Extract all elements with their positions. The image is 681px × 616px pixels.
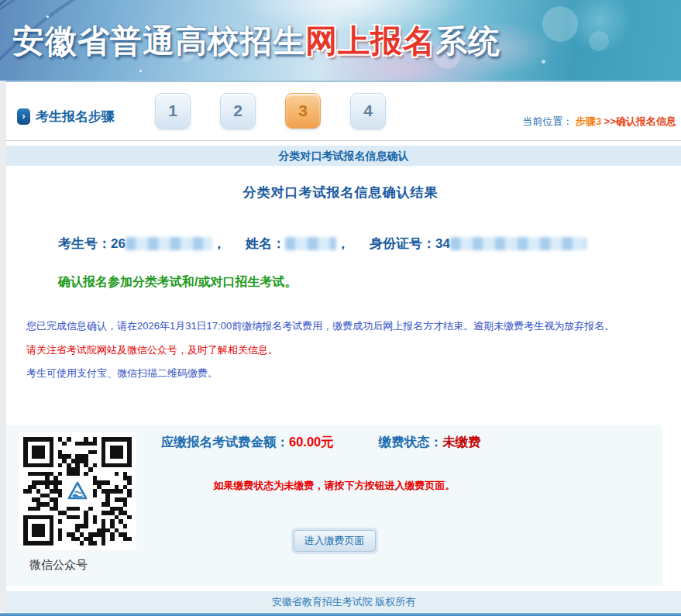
payment-summary-row: 应缴报名考试费金额：60.00元缴费状态：未缴费 [161, 434, 481, 451]
name-label: 姓名： [246, 236, 285, 251]
breadcrumb-label: 当前位置： [522, 115, 573, 127]
page: 安徽省普通高校招生网上报名系统 考生报名步骤 1 2 3 4 当前位置： 步骤3… [0, 0, 681, 616]
button-row: 进入缴费页面 [6, 530, 662, 552]
arrow-badge-icon [17, 108, 30, 125]
site-title-part2: 系统 [435, 23, 500, 59]
bottom-accent-bar [0, 613, 681, 616]
breadcrumb: 当前位置： 步骤3 >>确认报名信息 [522, 115, 676, 129]
name-redacted [285, 237, 336, 250]
steps-title: 考生报名步骤 [17, 108, 115, 126]
comma: ， [212, 236, 225, 251]
id-redacted [450, 237, 586, 250]
payment-panel: 微信公众号 应缴报名考试费金额：60.00元缴费状态：未缴费 如果缴费状态为未缴… [6, 425, 662, 586]
amount-value: 60.00元 [289, 435, 334, 449]
steps-title-label: 考生报名步骤 [36, 108, 115, 126]
site-title: 安徽省普通高校招生网上报名系统 [12, 20, 500, 63]
notice-follow-official: 请关注省考试院网站及微信公众号，及时了解相关信息。 [26, 343, 278, 357]
status-label: 缴费状态： [379, 435, 443, 449]
divider [6, 140, 681, 141]
header-banner: 安徽省普通高校招生网上报名系统 [0, 0, 681, 82]
step-buttons: 1 2 3 4 [155, 93, 386, 129]
result-title: 分类对口考试报名信息确认结果 [6, 184, 675, 201]
amount-label: 应缴报名考试费金额： [161, 435, 289, 449]
id-label: 身份证号： [370, 236, 435, 251]
comma: ， [336, 236, 349, 251]
notice-scan-pay: 考生可使用支付宝、微信扫描二维码缴费。 [26, 367, 218, 380]
site-title-highlight: 网上报名 [305, 23, 435, 59]
footer-copyright: 安徽省教育招生考试院 版权所有 [6, 591, 681, 613]
step-2-button[interactable]: 2 [220, 93, 256, 129]
exam-no-label: 考生号： [58, 236, 111, 251]
decorative-bokeh [542, 6, 578, 42]
enter-payment-button[interactable]: 进入缴费页面 [294, 530, 376, 552]
step-1-button[interactable]: 1 [155, 93, 191, 129]
qr-caption: 微信公众号 [29, 558, 88, 573]
status-value: 未缴费 [442, 435, 481, 449]
decorative-sparkles [46, 15, 49, 18]
section-title-bar: 分类对口考试报名信息确认 [6, 146, 681, 166]
exam-no-prefix: 26 [111, 236, 126, 251]
step-3-button[interactable]: 3 [285, 93, 321, 129]
decorative-bokeh [589, 31, 609, 51]
site-title-part1: 安徽省普通高校招生 [12, 23, 305, 59]
step-4-button[interactable]: 4 [350, 93, 386, 129]
notice-deadline: 您已完成信息确认，请在2026年1月31日17:00前缴纳报名考试费用，缴费成功… [26, 319, 614, 333]
breadcrumb-page: >>确认报名信息 [604, 115, 676, 127]
id-prefix: 34 [435, 236, 450, 251]
confirm-statement: 确认报名参加分类考试和/或对口招生考试。 [58, 274, 297, 291]
exam-no-redacted [126, 237, 212, 250]
candidate-info-row: 考生号：26，姓名：，身份证号：34 [58, 235, 586, 253]
payment-instruction: 如果缴费状态为未缴费，请按下方按钮进入缴费页面。 [6, 479, 662, 493]
page-margin-strip [0, 81, 6, 612]
steps-row: 考生报名步骤 1 2 3 4 当前位置： 步骤3 >>确认报名信息 [6, 82, 681, 139]
breadcrumb-step: 步骤3 [576, 115, 604, 127]
